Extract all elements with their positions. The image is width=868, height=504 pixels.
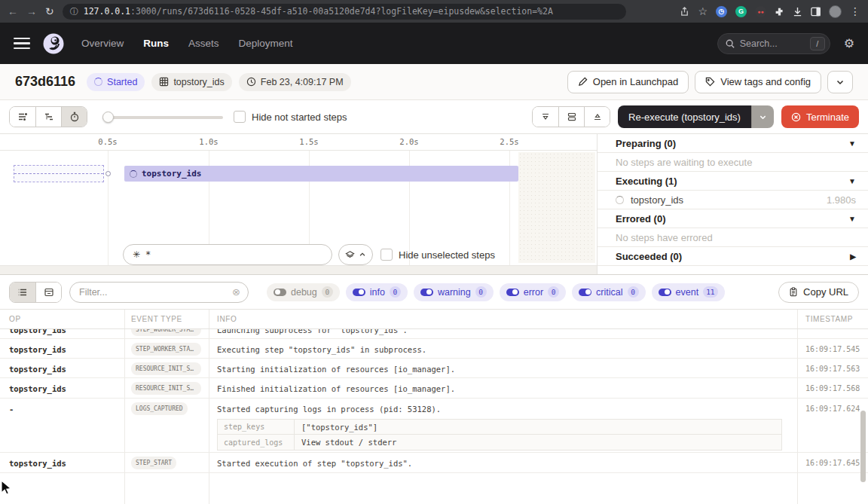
collapse-panel-button[interactable] bbox=[533, 107, 558, 127]
profile-avatar[interactable] bbox=[829, 5, 842, 18]
gantt-queued-marker[interactable] bbox=[14, 165, 104, 182]
log-row-logs-captured[interactable]: - LOGS_CAPTURED Started capturing logs i… bbox=[0, 399, 868, 453]
structured-view-button[interactable] bbox=[35, 283, 61, 302]
executing-step-row[interactable]: topstory_ids 1.980s bbox=[598, 191, 868, 209]
log-filter-input[interactable]: ⊗ bbox=[69, 282, 249, 303]
log-table-body[interactable]: topstory_ids STEP_WORKER_STARTING Launch… bbox=[0, 329, 868, 504]
run-status-badge[interactable]: Started bbox=[87, 73, 145, 91]
event-type-badge: RESOURCE_INIT_STARTED bbox=[131, 362, 201, 375]
switch-icon bbox=[579, 289, 591, 296]
log-vertical-scrollbar[interactable] bbox=[860, 411, 866, 482]
count-badge: 0 bbox=[390, 286, 401, 298]
toggle-critical[interactable]: critical 0 bbox=[572, 283, 645, 301]
log-row[interactable]: topstory_ids STEP_WORKER_STARTING Launch… bbox=[0, 329, 868, 339]
toggle-error[interactable]: error 0 bbox=[500, 283, 566, 301]
split-panel-button[interactable] bbox=[558, 107, 584, 127]
share-icon[interactable] bbox=[680, 7, 689, 17]
gantt-horizontal-scrollbar[interactable] bbox=[0, 265, 597, 274]
extension-grammarly-icon[interactable]: G bbox=[735, 6, 747, 17]
log-row[interactable]: topstory_ids STEP_START Started executio… bbox=[0, 453, 868, 473]
job-tag[interactable]: topstory_ids bbox=[151, 73, 231, 91]
extension-clock-icon[interactable]: ◷ bbox=[716, 6, 727, 17]
side-panel-icon[interactable] bbox=[811, 7, 821, 17]
slider-knob[interactable] bbox=[102, 111, 114, 123]
axis-tick: 0.5s bbox=[98, 137, 117, 146]
log-row[interactable]: topstory_ids RESOURCE_INIT_STARTED Start… bbox=[0, 359, 868, 378]
column-op: OP bbox=[0, 315, 124, 323]
toggle-event[interactable]: event 11 bbox=[652, 283, 725, 301]
axis-tick: 1.5s bbox=[299, 137, 318, 146]
timed-view-button[interactable] bbox=[61, 107, 87, 127]
browser-menu-icon[interactable]: ⋮ bbox=[850, 6, 860, 17]
settings-gear-icon[interactable]: ⚙ bbox=[844, 36, 854, 50]
app-navbar: Overview Runs Assets Deployment Search..… bbox=[0, 23, 868, 64]
log-row[interactable]: topstory_ids STEP_WORKER_STARTED Executi… bbox=[0, 339, 868, 359]
global-search-input[interactable]: Search... / bbox=[717, 33, 830, 54]
toggle-info[interactable]: info 0 bbox=[346, 283, 408, 301]
hamburger-menu-icon[interactable] bbox=[14, 38, 30, 50]
checkbox-box[interactable] bbox=[381, 249, 393, 261]
axis-tick: 1.0s bbox=[199, 137, 218, 146]
gantt-zoom-slider[interactable] bbox=[102, 111, 223, 122]
view-stdout-stderr-link[interactable]: View stdout / stderr bbox=[295, 438, 403, 447]
downloads-icon[interactable] bbox=[793, 7, 802, 17]
url-bar[interactable]: ⓘ 127.0.0.1:3000/runs/673d6116-0528-45df… bbox=[63, 4, 626, 20]
run-more-actions-button[interactable] bbox=[827, 71, 853, 93]
log-row[interactable]: topstory_ids RESOURCE_INIT_SUCCESS Finis… bbox=[0, 378, 868, 399]
layers-icon bbox=[345, 250, 355, 260]
run-id: 673d6116 bbox=[15, 74, 75, 90]
graph-query-toggle-button[interactable] bbox=[338, 244, 373, 265]
chevron-down-icon bbox=[836, 78, 845, 87]
open-in-launchpad-button[interactable]: Open in Launchpad bbox=[567, 71, 689, 93]
step-status-panel: Preparing (0) ▼ No steps are waiting to … bbox=[598, 134, 868, 274]
back-icon[interactable]: ← bbox=[8, 6, 18, 17]
job-grid-icon bbox=[159, 77, 169, 87]
url-text: 127.0.0.1:3000/runs/673d6116-0528-45df-a… bbox=[84, 6, 553, 17]
preparing-section-header[interactable]: Preparing (0) ▼ bbox=[598, 134, 868, 153]
stream-view-button[interactable] bbox=[10, 283, 35, 302]
nav-deployment[interactable]: Deployment bbox=[239, 38, 293, 49]
checkbox-box[interactable] bbox=[234, 111, 246, 123]
mouse-cursor bbox=[0, 480, 13, 496]
nav-overview[interactable]: Overview bbox=[81, 38, 124, 49]
step-selection-input[interactable]: ✳ * bbox=[123, 244, 332, 265]
nav-assets[interactable]: Assets bbox=[188, 38, 219, 49]
executing-section-header[interactable]: Executing (1) ▼ bbox=[598, 172, 868, 191]
hide-not-started-checkbox[interactable]: Hide not started steps bbox=[234, 111, 347, 123]
log-filter-text[interactable] bbox=[79, 287, 228, 298]
waterfall-view-button[interactable] bbox=[35, 107, 61, 127]
caret-down-icon: ▼ bbox=[848, 215, 856, 223]
clear-filter-icon[interactable]: ⊗ bbox=[232, 286, 240, 298]
reexecute-button[interactable]: Re-execute (topstory_ids) bbox=[618, 105, 751, 128]
extension-dark-icon[interactable]: ●● bbox=[755, 6, 766, 17]
hide-unselected-checkbox[interactable]: Hide unselected steps bbox=[381, 249, 495, 261]
metadata-row: captured_logs View stdout / stderr bbox=[218, 435, 781, 450]
site-info-icon[interactable]: ⓘ bbox=[70, 6, 78, 17]
switch-icon bbox=[353, 289, 365, 296]
reexecute-split-button: Re-execute (topstory_ids) bbox=[618, 105, 774, 128]
event-type-badge: RESOURCE_INIT_SUCCESS bbox=[131, 382, 201, 395]
log-level-toggles: debug 0 info 0 warning 0 error 0 critica… bbox=[267, 283, 725, 301]
copy-url-button[interactable]: Copy URL bbox=[778, 282, 859, 303]
count-badge: 0 bbox=[475, 286, 487, 298]
terminate-button[interactable]: Terminate bbox=[781, 105, 859, 128]
toggle-debug[interactable]: debug 0 bbox=[267, 283, 340, 301]
gantt-step-bar[interactable]: topstory_ids bbox=[124, 166, 518, 182]
count-badge: 0 bbox=[322, 286, 333, 298]
reexecute-caret-button[interactable] bbox=[751, 105, 774, 128]
expand-panel-button[interactable] bbox=[584, 107, 610, 127]
view-tags-config-button[interactable]: View tags and config bbox=[695, 71, 821, 93]
dagster-logo[interactable] bbox=[42, 32, 65, 55]
reload-icon[interactable]: ↻ bbox=[45, 6, 54, 17]
run-time-tag[interactable]: Feb 23, 4:09:17 PM bbox=[239, 73, 351, 91]
pencil-icon bbox=[578, 77, 588, 87]
extensions-puzzle-icon[interactable] bbox=[775, 7, 784, 17]
bookmark-star-icon[interactable]: ☆ bbox=[698, 6, 708, 17]
forward-icon[interactable]: → bbox=[26, 6, 37, 17]
toggle-warning[interactable]: warning 0 bbox=[414, 283, 494, 301]
nav-runs[interactable]: Runs bbox=[143, 38, 169, 49]
succeeded-section-header[interactable]: Succeeded (0) ▶ bbox=[598, 247, 868, 266]
errored-section-header[interactable]: Errored (0) ▼ bbox=[598, 209, 868, 228]
run-header: 673d6116 Started topstory_ids Feb 23, 4:… bbox=[0, 64, 868, 100]
flat-view-button[interactable] bbox=[10, 107, 35, 127]
